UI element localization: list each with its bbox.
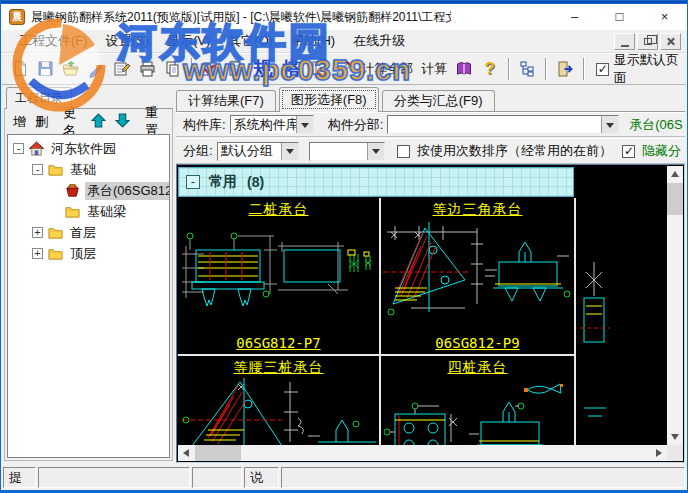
lap-button[interactable]: 搭: [277, 56, 306, 82]
show-default-page-checkbox[interactable]: 显示默认页面: [596, 51, 686, 87]
library-value: 系统构件库: [231, 116, 296, 134]
menu-item-project-file[interactable]: 工程文件(F): [10, 30, 97, 52]
gallery-cell-two-pile-cap[interactable]: 二桩承台: [178, 198, 379, 354]
title-bar: 晨 晨曦钢筋翻样系统2011(预览版)[试用版] - [C:\晨曦软件\晨曦钢筋…: [1, 4, 687, 30]
selected-component-label: 承台(06S: [629, 116, 682, 134]
scroll-up-icon[interactable]: [667, 166, 683, 182]
horizontal-scrollbar[interactable]: [178, 445, 667, 461]
tree-item-foundation[interactable]: - 基础: [8, 159, 169, 180]
vertical-scroll-thumb[interactable]: [667, 183, 683, 215]
folder-icon: [47, 246, 64, 261]
minimize-button[interactable]: –: [552, 4, 597, 30]
exit-button[interactable]: [552, 56, 577, 82]
down-arrow-icon: [115, 113, 130, 128]
window-bottom-border: [1, 490, 687, 492]
open-button[interactable]: [59, 56, 84, 82]
dropdown-arrow-icon[interactable]: [296, 116, 313, 133]
tree-item-top-floor[interactable]: + 顶层: [8, 243, 169, 264]
scroll-down-icon[interactable]: [667, 429, 683, 445]
pages-settings-button[interactable]: [306, 56, 331, 82]
component-icon: [64, 183, 81, 198]
hide-groups-checkbox[interactable]: [622, 145, 635, 158]
move-up-button[interactable]: [91, 113, 106, 131]
move-down-button[interactable]: [115, 113, 130, 131]
gallery-cell-isosceles-three-pile-cap[interactable]: 等腰三桩承台: [178, 356, 379, 445]
edit-pen-button[interactable]: [84, 56, 109, 82]
sort-by-usage-checkbox[interactable]: [397, 145, 410, 158]
maximize-button[interactable]: □: [597, 4, 642, 30]
expand-toggle[interactable]: -: [32, 164, 43, 175]
expand-toggle[interactable]: +: [32, 227, 43, 238]
home-icon: [28, 141, 45, 156]
cell-title: 等边三角承台: [381, 201, 574, 219]
print-button[interactable]: [135, 56, 160, 82]
calculate-all-icon-button[interactable]: [332, 56, 357, 82]
tab-calculation-results[interactable]: 计算结果(F7): [176, 90, 276, 111]
graphic-gallery: - 常用 (8) 二桩承台: [176, 164, 685, 463]
notebook-button[interactable]: [223, 56, 248, 82]
isosceles-three-pile-cap-drawing: [178, 378, 379, 445]
mdi-minimize-button[interactable]: [614, 33, 635, 50]
delete-node-button[interactable]: 删: [35, 113, 48, 131]
status-field: [192, 467, 242, 488]
scroll-left-icon[interactable]: [178, 445, 194, 461]
manual-button[interactable]: [451, 56, 476, 82]
tab-graphic-selection[interactable]: 图形选择(F8): [279, 87, 379, 112]
cell-title: 四桩承台: [381, 359, 574, 377]
close-button[interactable]: ×: [642, 4, 687, 30]
menu-item-help[interactable]: 帮助(H): [282, 30, 344, 52]
tree-item-pile-cap[interactable]: 承台(06SG812): [8, 180, 169, 201]
tree-item-label: 河东软件园: [49, 140, 118, 158]
new-button[interactable]: [8, 56, 33, 82]
rules-button[interactable]: 规: [248, 56, 277, 82]
mdi-minimize-icon: [621, 45, 629, 47]
partial-column-drawing: [580, 258, 660, 445]
tree-item-foundation-beam[interactable]: 基础梁: [8, 201, 169, 222]
mdi-restore-icon: [644, 38, 652, 45]
menu-item-other[interactable]: 其它(O): [219, 30, 282, 52]
check-form-button[interactable]: [198, 56, 223, 82]
gallery-cell-equilateral-triangle-cap[interactable]: 等边三角承台: [381, 198, 574, 354]
tab-classification-summary[interactable]: 分类与汇总(F9): [382, 90, 495, 111]
expand-toggle[interactable]: +: [32, 248, 43, 259]
subgroup-select[interactable]: [309, 142, 385, 161]
group-label: 分组:: [183, 142, 213, 160]
gallery-cell-four-pile-cap[interactable]: 四桩承台: [381, 356, 574, 445]
section-header-common[interactable]: - 常用 (8): [178, 167, 574, 197]
expand-toggle[interactable]: -: [13, 143, 24, 154]
save-button[interactable]: [33, 56, 58, 82]
up-arrow-icon: [91, 113, 106, 128]
properties-button[interactable]: [110, 56, 135, 82]
mdi-close-button[interactable]: [660, 33, 681, 50]
open-folder-icon: [62, 60, 80, 78]
printer-icon: [139, 60, 157, 78]
dropdown-arrow-icon[interactable]: [281, 143, 298, 160]
dropdown-arrow-icon[interactable]: [367, 143, 384, 160]
tree-toolbar: 增 删 更名 重置: [7, 111, 170, 132]
tree-item-first-floor[interactable]: + 首层: [8, 222, 169, 243]
help-button[interactable]: ?: [477, 59, 503, 79]
dropdown-arrow-icon[interactable]: [601, 116, 618, 133]
group-select[interactable]: 默认分组: [217, 142, 299, 161]
scroll-right-icon[interactable]: [651, 445, 667, 461]
mdi-restore-button[interactable]: [637, 33, 658, 50]
menu-item-online-upgrade[interactable]: 在线升级: [344, 30, 414, 52]
add-node-button[interactable]: 增: [13, 113, 26, 131]
window-controls: – □ ×: [552, 4, 687, 30]
project-tree-button[interactable]: [515, 56, 540, 82]
calculate-all-button[interactable]: 计算全部: [357, 60, 417, 78]
library-select[interactable]: 系统构件库: [230, 115, 314, 134]
component-part-select[interactable]: [387, 115, 619, 134]
calculate-button[interactable]: 计算: [417, 60, 451, 78]
folder-icon: [47, 225, 64, 240]
main-tabs: 计算结果(F7) 图形选择(F8) 分类与汇总(F9): [176, 87, 685, 112]
horizontal-scroll-thumb[interactable]: [195, 445, 241, 461]
vertical-scrollbar[interactable]: [667, 166, 683, 445]
menu-item-settings[interactable]: 设置(S): [97, 30, 158, 52]
cell-title: 二桩承台: [178, 201, 379, 219]
copy-button[interactable]: [160, 56, 185, 82]
tree-item-root[interactable]: - 河东软件园: [8, 138, 169, 159]
menu-item-view[interactable]: 显示(V): [158, 30, 219, 52]
cell-code: 06SG812-P7: [178, 335, 379, 351]
collapse-section-button[interactable]: -: [186, 175, 200, 189]
